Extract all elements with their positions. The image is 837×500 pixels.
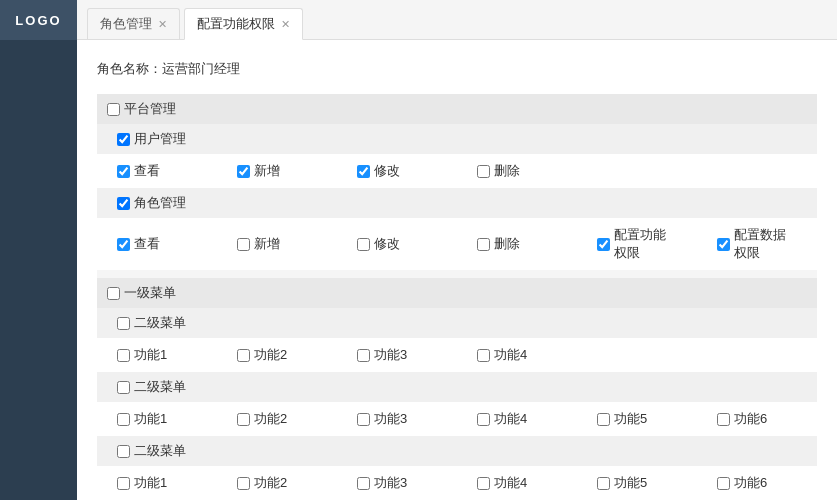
section-level2-3-checkbox[interactable]	[117, 445, 130, 458]
perm-user-delete-checkbox[interactable]	[477, 165, 490, 178]
perm-l2-2-func3-label: 功能3	[374, 410, 407, 428]
perm-role-config-perm-checkbox[interactable]	[597, 238, 610, 251]
perm-role-delete[interactable]: 删除	[477, 235, 557, 253]
section-user-mgmt-header: 用户管理	[97, 124, 817, 154]
perm-role-view[interactable]: 查看	[117, 235, 197, 253]
perm-l2-2-func5-checkbox[interactable]	[597, 413, 610, 426]
tab-config-perm-close[interactable]: ✕	[281, 18, 290, 31]
perm-l2-2-func2[interactable]: 功能2	[237, 410, 317, 428]
perm-l2-3-func5-label: 功能5	[614, 474, 647, 492]
perm-l2-1-func2[interactable]: 功能2	[237, 346, 317, 364]
perm-role-config-data-checkbox[interactable]	[717, 238, 730, 251]
perm-role-config-data[interactable]: 配置数据权限	[717, 226, 797, 262]
perm-user-view-checkbox[interactable]	[117, 165, 130, 178]
perm-l2-1-func3-label: 功能3	[374, 346, 407, 364]
perm-user-delete[interactable]: 删除	[477, 162, 557, 180]
perm-user-view[interactable]: 查看	[117, 162, 197, 180]
perm-user-edit[interactable]: 修改	[357, 162, 437, 180]
tab-config-perm[interactable]: 配置功能权限 ✕	[184, 8, 303, 40]
tab-role-mgmt-label: 角色管理	[100, 15, 152, 33]
perm-l2-3-func3[interactable]: 功能3	[357, 474, 437, 492]
perm-l2-2-func2-checkbox[interactable]	[237, 413, 250, 426]
section-level1-checkbox[interactable]	[107, 287, 120, 300]
perm-role-add-label: 新增	[254, 235, 280, 253]
section-level2-1-checkbox[interactable]	[117, 317, 130, 330]
perm-role-edit-label: 修改	[374, 235, 400, 253]
perm-role-config-perm[interactable]: 配置功能权限	[597, 226, 677, 262]
perm-l2-2-func5[interactable]: 功能5	[597, 410, 677, 428]
perm-l2-3-func4-label: 功能4	[494, 474, 527, 492]
section-platform-checkbox[interactable]	[107, 103, 120, 116]
section-platform: 平台管理 用户管理 查看 新增 修	[97, 94, 817, 270]
perm-l2-2-func4-checkbox[interactable]	[477, 413, 490, 426]
tab-bar: 角色管理 ✕ 配置功能权限 ✕	[77, 0, 837, 40]
perm-role-view-checkbox[interactable]	[117, 238, 130, 251]
perm-l2-3-func1-checkbox[interactable]	[117, 477, 130, 490]
perm-l2-2-func4[interactable]: 功能4	[477, 410, 557, 428]
perm-l2-3-func4-checkbox[interactable]	[477, 477, 490, 490]
role-name-row: 角色名称：运营部门经理	[97, 60, 817, 78]
perm-l2-1-func4[interactable]: 功能4	[477, 346, 557, 364]
perm-l2-3-func1[interactable]: 功能1	[117, 474, 197, 492]
perm-l2-1-func1[interactable]: 功能1	[117, 346, 197, 364]
perm-l2-2-func1-checkbox[interactable]	[117, 413, 130, 426]
level2-3-perms-row: 功能1 功能2 功能3 功能4 功能5	[97, 466, 817, 500]
perm-l2-2-func5-label: 功能5	[614, 410, 647, 428]
section-level1-header: 一级菜单	[97, 278, 817, 308]
tab-role-mgmt[interactable]: 角色管理 ✕	[87, 8, 180, 39]
section-role-mgmt2-checkbox[interactable]	[117, 197, 130, 210]
tab-config-perm-label: 配置功能权限	[197, 15, 275, 33]
perm-role-config-perm-label: 配置功能权限	[614, 226, 677, 262]
section-level2-1-header: 二级菜单	[97, 308, 817, 338]
section-level2-2-header: 二级菜单	[97, 372, 817, 402]
tab-role-mgmt-close[interactable]: ✕	[158, 18, 167, 31]
role-name-label: 角色名称：	[97, 61, 162, 76]
perm-l2-3-func3-checkbox[interactable]	[357, 477, 370, 490]
perm-l2-1-func3[interactable]: 功能3	[357, 346, 437, 364]
perm-role-add[interactable]: 新增	[237, 235, 317, 253]
section-level2-3-header: 二级菜单	[97, 436, 817, 466]
section-user-mgmt-checkbox[interactable]	[117, 133, 130, 146]
section-level2-2-checkbox[interactable]	[117, 381, 130, 394]
perm-l2-3-func1-label: 功能1	[134, 474, 167, 492]
perm-l2-1-func4-checkbox[interactable]	[477, 349, 490, 362]
perm-l2-1-func1-label: 功能1	[134, 346, 167, 364]
perm-user-add-checkbox[interactable]	[237, 165, 250, 178]
section-level2-1-label: 二级菜单	[134, 314, 186, 332]
perm-role-edit-checkbox[interactable]	[357, 238, 370, 251]
perm-role-add-checkbox[interactable]	[237, 238, 250, 251]
perm-l2-3-func6-checkbox[interactable]	[717, 477, 730, 490]
level2-2-perms-row: 功能1 功能2 功能3 功能4 功能5	[97, 402, 817, 436]
perm-l2-2-func6-label: 功能6	[734, 410, 767, 428]
perm-user-edit-checkbox[interactable]	[357, 165, 370, 178]
perm-role-delete-checkbox[interactable]	[477, 238, 490, 251]
perm-l2-3-func2-checkbox[interactable]	[237, 477, 250, 490]
perm-role-config-data-label: 配置数据权限	[734, 226, 797, 262]
user-mgmt-perms-row: 查看 新增 修改 删除	[97, 154, 817, 188]
perm-l2-1-func3-checkbox[interactable]	[357, 349, 370, 362]
perm-l2-1-func2-label: 功能2	[254, 346, 287, 364]
perm-l2-1-func1-checkbox[interactable]	[117, 349, 130, 362]
perm-l2-3-func5-checkbox[interactable]	[597, 477, 610, 490]
perm-l2-2-func3[interactable]: 功能3	[357, 410, 437, 428]
section-platform-label: 平台管理	[124, 100, 176, 118]
section-role-mgmt2-header: 角色管理	[97, 188, 817, 218]
spacer1	[97, 270, 817, 278]
content-area: 角色名称：运营部门经理 平台管理 用户管理 查看	[77, 40, 837, 500]
perm-user-add[interactable]: 新增	[237, 162, 317, 180]
perm-l2-2-func6-checkbox[interactable]	[717, 413, 730, 426]
perm-role-edit[interactable]: 修改	[357, 235, 437, 253]
perm-l2-2-func3-checkbox[interactable]	[357, 413, 370, 426]
perm-l2-3-func5[interactable]: 功能5	[597, 474, 677, 492]
perm-l2-3-func6-label: 功能6	[734, 474, 767, 492]
perm-l2-3-func4[interactable]: 功能4	[477, 474, 557, 492]
perm-l2-1-func2-checkbox[interactable]	[237, 349, 250, 362]
perm-l2-2-func1[interactable]: 功能1	[117, 410, 197, 428]
perm-l2-1-func4-label: 功能4	[494, 346, 527, 364]
perm-l2-2-func6[interactable]: 功能6	[717, 410, 797, 428]
perm-l2-2-func1-label: 功能1	[134, 410, 167, 428]
perm-l2-3-func2[interactable]: 功能2	[237, 474, 317, 492]
perm-role-view-label: 查看	[134, 235, 160, 253]
section-user-mgmt-label: 用户管理	[134, 130, 186, 148]
perm-l2-3-func6[interactable]: 功能6	[717, 474, 797, 492]
